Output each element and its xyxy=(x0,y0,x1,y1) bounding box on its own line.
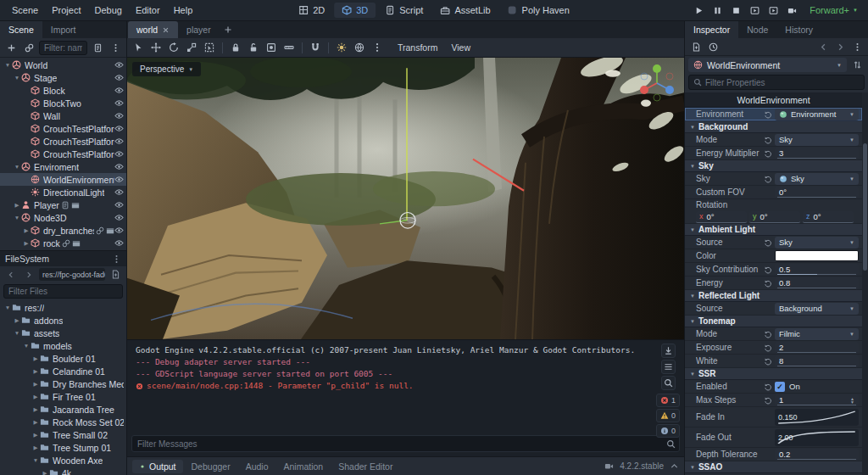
stop-button[interactable] xyxy=(727,3,745,19)
messages-filter-button[interactable]: 0 xyxy=(656,424,680,438)
revert-icon[interactable] xyxy=(764,265,772,274)
new-scene-tab-button[interactable] xyxy=(220,21,236,38)
scene-tree-item[interactable]: ▶Player xyxy=(0,198,126,211)
scene-tree-item[interactable]: ▶dry_branches_me... xyxy=(0,224,126,237)
tab-inspector[interactable]: Inspector xyxy=(685,21,738,38)
search-output-button[interactable] xyxy=(661,376,676,390)
sky-dropdown[interactable]: Sky▼ xyxy=(775,173,859,185)
section-tonemap[interactable]: ▼Tonemap xyxy=(685,316,862,327)
environment-preview-button[interactable] xyxy=(351,40,368,56)
fs-back-button[interactable] xyxy=(3,267,19,282)
collapse-down-icon[interactable]: ▼ xyxy=(22,343,31,349)
scene-tree[interactable]: ▼World▼StageBlockBlockTwoWallCrouchTestP… xyxy=(0,58,126,250)
scrollbar-thumb[interactable] xyxy=(863,143,867,271)
section-ambient-light[interactable]: ▼Ambient Light xyxy=(685,224,862,236)
filesystem-menu-icon[interactable] xyxy=(112,254,121,264)
menu-debug[interactable]: Debug xyxy=(87,3,128,18)
attach-script-button[interactable] xyxy=(90,40,105,55)
scene-filter-input[interactable] xyxy=(39,41,87,55)
workspace-3d[interactable]: 3D xyxy=(334,3,376,18)
collapse-right-icon[interactable]: ▶ xyxy=(31,406,40,413)
scene-tree-item[interactable]: BlockTwo xyxy=(0,97,126,109)
filesystem-tree-item[interactable]: ▼res:// xyxy=(0,301,126,314)
filesystem-tree-item[interactable]: ▼models xyxy=(0,339,126,352)
new-resource-button[interactable] xyxy=(688,39,704,54)
fs-forward-button[interactable] xyxy=(21,267,36,282)
clear-output-button[interactable] xyxy=(661,360,676,374)
bottom-tab-debugger[interactable]: Debugger xyxy=(185,460,237,473)
bottom-tab-output[interactable]: Output xyxy=(132,460,183,473)
select-button[interactable] xyxy=(130,40,147,56)
source-dropdown[interactable]: Sky▼ xyxy=(775,237,859,249)
tab-node[interactable]: Node xyxy=(738,21,776,38)
add-node-button[interactable] xyxy=(3,40,19,55)
scene-tree-item[interactable]: Wall xyxy=(0,109,126,122)
scene-tree-item[interactable]: CrouchTestPlatform3 xyxy=(0,148,126,160)
revert-icon[interactable] xyxy=(764,136,772,144)
collapse-right-icon[interactable]: ▶ xyxy=(41,470,49,475)
filter-messages-input[interactable] xyxy=(137,439,663,449)
perspective-menu[interactable]: Perspective ▼ xyxy=(132,62,201,76)
visibility-eye-icon[interactable] xyxy=(114,98,124,108)
ruler-button[interactable] xyxy=(281,40,298,56)
collapse-down-icon[interactable]: ▼ xyxy=(13,330,21,336)
rotate-button[interactable] xyxy=(165,40,182,56)
visibility-eye-icon[interactable] xyxy=(114,238,124,248)
expand-bottom-panel-icon[interactable] xyxy=(670,461,679,471)
snap-button[interactable] xyxy=(307,40,324,56)
play-custom-scene-button[interactable] xyxy=(765,3,782,19)
inspector-menu-button[interactable] xyxy=(849,39,865,54)
visibility-eye-icon[interactable] xyxy=(114,149,124,159)
revert-icon[interactable] xyxy=(764,383,772,391)
collapse-right-icon[interactable]: ▶ xyxy=(31,355,40,362)
view-axis-gizmo[interactable] xyxy=(635,61,679,105)
scene-menu-button[interactable] xyxy=(108,40,123,55)
visibility-eye-icon[interactable] xyxy=(114,226,124,235)
visibility-eye-icon[interactable] xyxy=(114,213,124,222)
inspector-scroll[interactable]: WorldEnvironment EnvironmentEnvironment▼… xyxy=(685,92,868,475)
scene-tree-item[interactable]: ▼Node3D xyxy=(0,211,126,224)
collapse-right-icon[interactable]: ▶ xyxy=(31,381,40,388)
workspace-2d[interactable]: 2D xyxy=(291,3,332,18)
instance-scene-button[interactable] xyxy=(21,40,36,55)
inspector-scrollbar[interactable] xyxy=(862,92,868,475)
collapse-right-icon[interactable]: ▶ xyxy=(22,227,31,234)
collapse-right-icon[interactable]: ▶ xyxy=(31,444,40,451)
revert-icon[interactable] xyxy=(764,344,772,352)
resource-tools-button[interactable] xyxy=(849,58,865,73)
enabled-checkbox[interactable]: ✓On xyxy=(775,382,859,392)
filesystem-tree-item[interactable]: ▶Fir Tree 01 xyxy=(0,390,126,403)
scene-tab-world[interactable]: world xyxy=(128,21,178,38)
bottom-tab-audio[interactable]: Audio xyxy=(239,460,275,473)
max-steps-field[interactable]: 1▲▼ xyxy=(775,394,859,406)
visibility-eye-icon[interactable] xyxy=(114,187,124,197)
filesystem-tree-item[interactable]: ▶addons xyxy=(0,314,126,327)
scale-button[interactable] xyxy=(183,40,200,56)
warnings-filter-button[interactable]: 0 xyxy=(656,409,680,422)
link-badge-icon[interactable] xyxy=(96,226,104,235)
scene-tree-item[interactable]: ▼Stage xyxy=(0,71,126,84)
play-scene-button[interactable] xyxy=(746,3,764,19)
workspace-assetlib[interactable]: AssetLib xyxy=(432,3,498,18)
menu-transform[interactable]: Transform xyxy=(391,41,444,54)
resource-history-button[interactable] xyxy=(705,39,721,54)
fade-in-curve[interactable]: 0.150 xyxy=(775,409,859,426)
scene-badge-icon[interactable] xyxy=(71,201,80,210)
white-field[interactable]: 8 xyxy=(775,355,859,367)
filesystem-tree-item[interactable]: ▶Tree Stump 01 xyxy=(0,441,126,454)
filesystem-tree-item[interactable]: ▶Tree Small 02 xyxy=(0,428,126,441)
history-forward-button[interactable] xyxy=(832,39,848,54)
fade-out-curve[interactable]: 2.00 xyxy=(775,429,859,446)
movie-maker-button[interactable] xyxy=(783,3,801,19)
exposure-field[interactable]: 2 xyxy=(775,342,859,354)
scene-tree-item[interactable]: CrouchTestPlatform2 xyxy=(0,135,126,148)
source-dropdown[interactable]: Background▼ xyxy=(775,303,859,315)
tab-import[interactable]: Import xyxy=(42,21,85,38)
revert-icon[interactable] xyxy=(764,149,772,158)
visibility-eye-icon[interactable] xyxy=(114,162,124,171)
rotation-x-field[interactable]: x0° xyxy=(696,211,747,223)
filesystem-tree-item[interactable]: ▼Wooden Axe xyxy=(0,454,126,467)
history-back-button[interactable] xyxy=(815,39,831,54)
energy-field[interactable]: 0.8 xyxy=(775,277,859,289)
bottom-tab-animation[interactable]: Animation xyxy=(277,460,331,473)
